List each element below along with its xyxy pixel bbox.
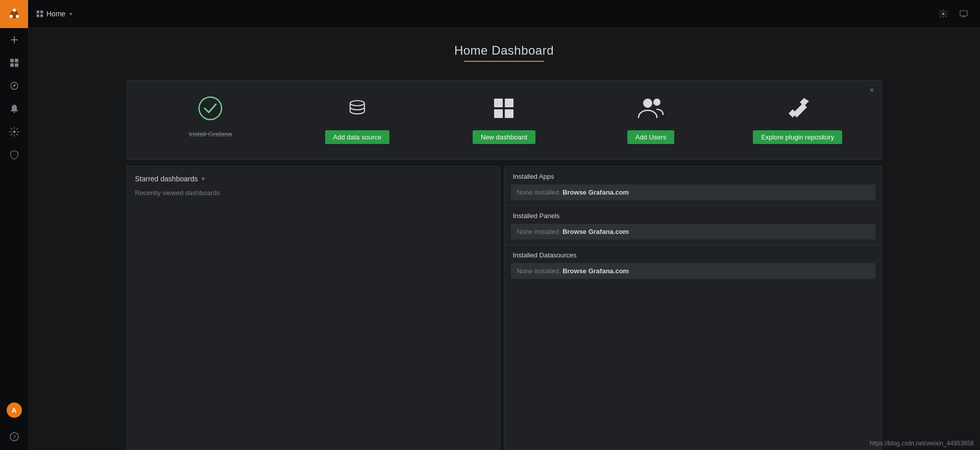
plugin-icon [786, 96, 810, 124]
svg-rect-16 [40, 14, 43, 17]
installed-panels-title: Installed Panels [505, 206, 881, 224]
database-icon [345, 96, 370, 124]
install-grafana-label: Install Grafana [189, 130, 232, 138]
step-new-dashboard: New dashboard [458, 96, 550, 144]
svg-rect-21 [494, 99, 503, 107]
dashboard-grid-icon [492, 96, 516, 124]
installed-apps-title: Installed Apps [505, 167, 881, 184]
step-add-data-source: Add data source [311, 96, 403, 144]
step-explore-plugins: Explore plugin repository [752, 96, 844, 144]
svg-point-3 [16, 15, 19, 18]
tv-mode-button[interactable] [955, 6, 972, 22]
sidebar-item-help[interactable]: ? [0, 425, 28, 448]
recently-viewed-link[interactable]: Recently viewed dashboards [135, 189, 492, 197]
svg-rect-18 [960, 11, 967, 16]
monitor-icon [960, 10, 968, 18]
bottom-panels: Starred dashboards ▾ Recently viewed das… [127, 166, 882, 450]
installed-apps-item: None installed. Browse Grafana.com [511, 184, 875, 200]
grid-icon [36, 10, 43, 17]
svg-point-25 [643, 99, 652, 108]
preferences-button[interactable] [935, 6, 951, 22]
step-add-users: Add Users [605, 96, 697, 144]
gear-icon [939, 10, 947, 18]
svg-rect-23 [494, 109, 503, 118]
installed-datasources-section: Installed Datasources None installed. Br… [505, 245, 881, 279]
right-panel: Installed Apps None installed. Browse Gr… [504, 166, 882, 450]
left-panel: Starred dashboards ▾ Recently viewed das… [127, 166, 500, 450]
browse-grafana-panels-link[interactable]: Browse Grafana.com [562, 228, 629, 235]
topbar: Home ▾ [28, 0, 980, 28]
sidebar-item-shield[interactable] [0, 143, 28, 166]
sidebar-item-config[interactable] [0, 120, 28, 143]
installed-datasources-title: Installed Datasources [505, 245, 881, 263]
add-data-source-button[interactable]: Add data source [325, 130, 390, 144]
svg-rect-15 [37, 14, 40, 17]
starred-dashboards-title[interactable]: Starred dashboards ▾ [135, 175, 492, 183]
main-content: Home ▾ Home Dashboard × [28, 0, 980, 450]
svg-text:?: ? [12, 434, 15, 440]
installed-panels-section: Installed Panels None installed. Browse … [505, 206, 881, 245]
svg-point-2 [13, 9, 16, 12]
content-area: Home Dashboard × Install Grafana [28, 28, 980, 450]
svg-rect-22 [505, 99, 513, 107]
avatar-circle: A [7, 402, 22, 418]
sidebar-item-alerting[interactable] [0, 97, 28, 120]
svg-point-20 [350, 101, 364, 106]
svg-point-26 [653, 99, 660, 106]
footer-url: https://blog.csdn.net/weixin_44953658 [870, 440, 974, 447]
svg-rect-7 [10, 63, 14, 67]
svg-rect-6 [15, 59, 18, 62]
svg-point-4 [10, 15, 13, 18]
add-users-button[interactable]: Add Users [627, 130, 675, 144]
svg-rect-8 [15, 63, 18, 67]
svg-point-19 [199, 97, 222, 120]
sidebar: A ? [0, 0, 28, 450]
users-icon [638, 96, 664, 124]
svg-rect-13 [37, 11, 40, 14]
svg-rect-24 [505, 109, 513, 118]
sidebar-item-dashboards[interactable] [0, 51, 28, 74]
svg-rect-5 [10, 59, 14, 62]
home-nav[interactable]: Home ▾ [36, 10, 72, 18]
setup-panel: × Install Grafana [127, 80, 882, 160]
topbar-actions [935, 6, 972, 22]
svg-point-10 [13, 130, 15, 133]
sidebar-item-explore[interactable] [0, 74, 28, 97]
chevron-down-icon: ▾ [202, 175, 205, 182]
sidebar-item-create[interactable] [0, 28, 28, 51]
svg-rect-14 [40, 11, 43, 14]
browse-grafana-datasources-link[interactable]: Browse Grafana.com [562, 267, 629, 275]
installed-datasources-item: None installed. Browse Grafana.com [511, 263, 875, 279]
installed-panels-item: None installed. Browse Grafana.com [511, 224, 875, 240]
step-install-grafana: Install Grafana [164, 96, 256, 138]
explore-plugins-button[interactable]: Explore plugin repository [753, 130, 842, 144]
installed-apps-section: Installed Apps None installed. Browse Gr… [505, 167, 881, 206]
new-dashboard-button[interactable]: New dashboard [473, 130, 535, 144]
svg-point-17 [942, 13, 945, 15]
grafana-logo[interactable] [0, 0, 28, 28]
close-button[interactable]: × [869, 86, 874, 95]
user-avatar[interactable]: A [0, 397, 28, 423]
check-circle-icon [198, 96, 223, 124]
browse-grafana-apps-link[interactable]: Browse Grafana.com [562, 188, 629, 196]
setup-steps: Install Grafana Add data source [137, 96, 871, 144]
page-title: Home Dashboard [454, 43, 554, 62]
